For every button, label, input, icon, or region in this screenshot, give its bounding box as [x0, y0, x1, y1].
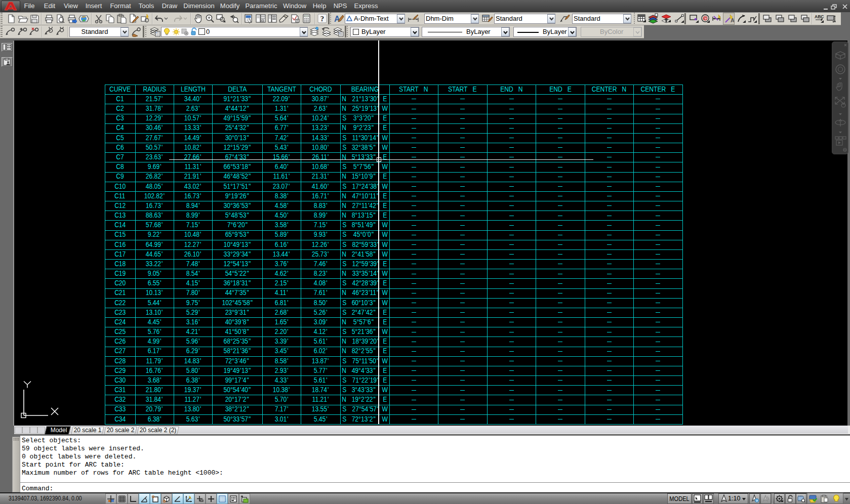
svg-text:ABC: ABC: [815, 14, 824, 19]
svg-text:C: C: [704, 16, 707, 21]
svg-text:?: ?: [320, 15, 325, 23]
svg-text:A: A: [731, 17, 734, 23]
